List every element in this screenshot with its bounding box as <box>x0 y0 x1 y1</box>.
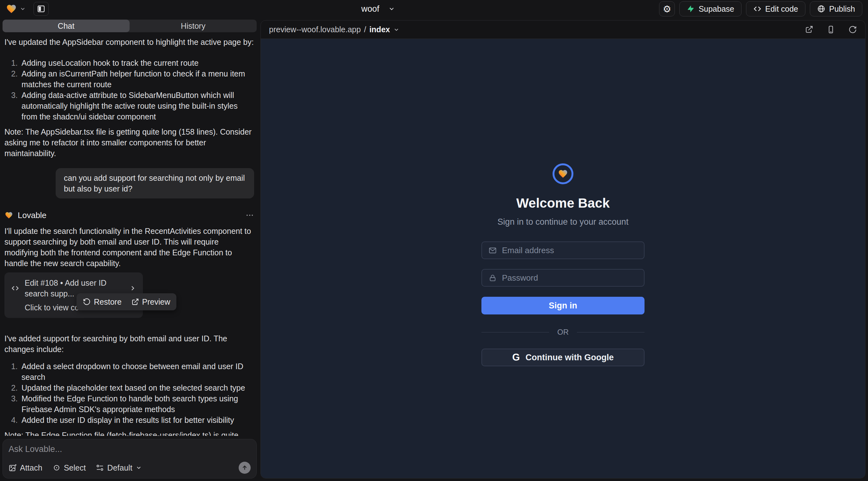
heart-icon <box>558 169 568 179</box>
chevron-right-icon <box>129 284 136 292</box>
supabase-button[interactable]: Supabase <box>679 1 742 17</box>
assistant-list: Adding useLocation hook to track the cur… <box>4 58 254 122</box>
app-logo <box>553 163 574 184</box>
restore-label: Restore <box>94 296 122 307</box>
preview-header-actions <box>805 25 857 34</box>
tab-history[interactable]: History <box>130 20 257 32</box>
divider-line <box>482 332 549 332</box>
top-bar: woof ⚙ Supabase Edit code <box>0 0 868 18</box>
topbar-left <box>6 2 49 16</box>
project-switcher[interactable]: woof <box>361 0 395 18</box>
code-icon <box>753 5 762 13</box>
tab-chat[interactable]: Chat <box>3 20 130 32</box>
list-item: Added the user ID display in the results… <box>8 415 254 425</box>
envelope-icon <box>488 246 497 255</box>
or-divider: OR <box>482 328 645 336</box>
gear-icon: ⚙ <box>663 3 672 14</box>
restore-button[interactable]: Restore <box>83 296 122 307</box>
refresh-icon[interactable] <box>848 25 857 34</box>
code-icon <box>11 284 20 293</box>
assistant-list: Added a select dropdown to choose betwee… <box>4 361 254 425</box>
preview-label: Preview <box>142 296 170 307</box>
list-item: Modified the Edge Function to handle bot… <box>8 393 254 415</box>
list-item: Updated the placeholder text based on th… <box>8 382 254 393</box>
globe-icon <box>817 5 825 13</box>
chevron-down-icon <box>388 5 395 12</box>
chat-panel: Chat History I've updated the AppSidebar… <box>0 18 259 481</box>
list-item: Adding data-active attribute to SidebarM… <box>8 90 254 122</box>
publish-label: Publish <box>829 4 855 13</box>
assistant-paragraph: I've updated the AppSidebar component to… <box>4 37 254 47</box>
auth-title: Welcome Back <box>516 196 610 211</box>
target-icon <box>53 463 61 472</box>
attach-label: Attach <box>20 463 42 473</box>
arrow-up-icon <box>241 464 248 471</box>
list-item: Added a select dropdown to choose betwee… <box>8 361 254 382</box>
publish-button[interactable]: Publish <box>810 1 862 17</box>
restore-icon <box>83 298 91 306</box>
lovable-logo-heart-icon[interactable] <box>6 3 17 14</box>
auth-card: Welcome Back Sign in to continue to your… <box>482 163 645 478</box>
mobile-view-icon[interactable] <box>827 25 835 34</box>
assistant-paragraph: I'll update the search functionality in … <box>4 226 254 269</box>
chevron-down-icon <box>393 27 400 33</box>
google-label: Continue with Google <box>526 353 614 362</box>
password-input[interactable] <box>502 273 638 283</box>
mode-dropdown[interactable]: Default <box>96 463 142 473</box>
preview-header: preview--woof.lovable.app / index <box>261 21 865 39</box>
composer-toolbar: Attach Select Default <box>8 462 251 474</box>
chevron-down-icon[interactable] <box>20 6 26 12</box>
chat-input[interactable] <box>8 444 251 454</box>
attach-image-icon <box>8 463 17 472</box>
preview-url-selector[interactable]: preview--woof.lovable.app / index <box>269 25 400 34</box>
assistant-note: Note: The AppSidebar.tsx file is getting… <box>4 126 254 159</box>
supabase-label: Supabase <box>699 4 734 13</box>
attach-button[interactable]: Attach <box>8 463 42 473</box>
lock-icon <box>488 274 497 282</box>
password-field[interactable] <box>482 269 645 287</box>
sliders-icon <box>96 463 104 472</box>
list-item: Adding useLocation hook to track the cur… <box>8 58 254 68</box>
assistant-paragraph: I've added support for searching by both… <box>4 333 254 355</box>
auth-subtitle: Sign in to continue to your account <box>498 217 628 227</box>
select-label: Select <box>64 463 86 473</box>
lovable-avatar-heart-icon <box>4 211 13 219</box>
edit-code-button[interactable]: Edit code <box>746 1 805 17</box>
edit-hover-actions: Restore Preview <box>76 293 176 310</box>
chat-messages[interactable]: I've updated the AppSidebar component to… <box>0 32 259 436</box>
lovable-app: woof ⚙ Supabase Edit code <box>0 0 868 481</box>
preview-iframe: Welcome Back Sign in to continue to your… <box>261 39 865 478</box>
open-in-new-tab-icon[interactable] <box>805 25 813 34</box>
topbar-actions: ⚙ Supabase Edit code Publish <box>659 1 862 17</box>
user-message-bubble: can you add support for searching not on… <box>56 168 254 198</box>
assistant-header: Lovable <box>4 210 254 221</box>
edit-code-label: Edit code <box>765 4 798 13</box>
divider-line <box>577 332 645 332</box>
composer: Attach Select Default <box>3 439 257 478</box>
chevron-down-icon <box>135 464 142 471</box>
preview-panel: preview--woof.lovable.app / index <box>260 20 865 478</box>
project-name: woof <box>361 4 379 14</box>
send-button[interactable] <box>239 462 251 474</box>
external-link-icon <box>131 298 139 306</box>
toggle-sidebar-button[interactable] <box>33 2 49 16</box>
more-options-icon[interactable] <box>245 211 254 220</box>
edit-card-wrapper: Edit #108 • Add user ID search supp... C… <box>4 272 143 318</box>
mode-label: Default <box>107 463 132 473</box>
email-field[interactable] <box>482 242 645 259</box>
preview-page: index <box>369 25 390 34</box>
chat-history-tabs: Chat History <box>3 20 257 32</box>
url-separator: / <box>364 25 366 34</box>
main-split: Chat History I've updated the AppSidebar… <box>0 18 868 481</box>
google-g-icon: G <box>512 352 520 363</box>
or-label: OR <box>557 328 569 336</box>
preview-edit-button[interactable]: Preview <box>131 296 170 307</box>
continue-with-google-button[interactable]: G Continue with Google <box>482 349 645 366</box>
settings-button[interactable]: ⚙ <box>659 1 675 17</box>
sign-in-button[interactable]: Sign in <box>482 297 645 315</box>
select-button[interactable]: Select <box>53 463 86 473</box>
email-input[interactable] <box>502 246 638 255</box>
preview-url: preview--woof.lovable.app <box>269 25 361 34</box>
list-item: Adding an isCurrentPath helper function … <box>8 68 254 90</box>
assistant-note: Note: The Edge Function file (fetch-fire… <box>4 430 254 436</box>
